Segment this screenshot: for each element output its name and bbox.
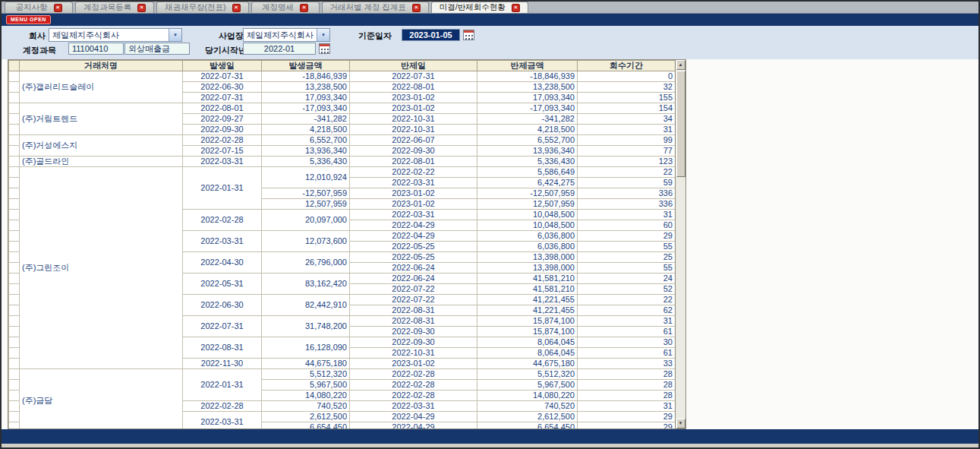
row-selector[interactable] xyxy=(9,157,20,167)
occurrence-amount-cell[interactable]: 17,093,340 xyxy=(262,93,350,103)
collection-days-cell[interactable]: 34 xyxy=(578,114,676,125)
scrollbar-thumb[interactable] xyxy=(676,71,685,177)
customer-name-cell[interactable]: (주)거성에스지 xyxy=(20,135,183,157)
collection-days-cell[interactable]: 31 xyxy=(578,210,676,220)
collection-days-cell[interactable]: 154 xyxy=(578,103,676,114)
occurrence-amount-cell[interactable]: 4,218,500 xyxy=(262,125,350,135)
collection-days-cell[interactable]: 52 xyxy=(578,284,676,295)
customer-name-cell[interactable]: (주)갤러리드슬레이 xyxy=(20,71,183,103)
occurrence-date-cell[interactable]: 2022-03-31 xyxy=(183,231,262,252)
collection-days-cell[interactable]: 31 xyxy=(578,401,676,412)
occurrence-amount-cell[interactable]: 740,520 xyxy=(262,401,350,412)
settlement-date-cell[interactable]: 2023-01-02 xyxy=(350,188,477,199)
tab-4[interactable]: 계정명세× xyxy=(251,2,320,13)
settlement-date-cell[interactable]: 2022-05-25 xyxy=(350,242,477,252)
occurrence-amount-cell[interactable]: 12,507,959 xyxy=(262,199,350,210)
settlement-amount-cell[interactable]: 5,967,500 xyxy=(477,380,578,391)
settlement-date-cell[interactable]: 2022-08-01 xyxy=(350,82,477,93)
settlement-date-cell[interactable]: 2023-01-02 xyxy=(350,359,477,369)
settlement-amount-cell[interactable]: 15,874,100 xyxy=(477,327,578,337)
collection-days-cell[interactable]: 22 xyxy=(578,295,676,305)
row-selector[interactable] xyxy=(9,422,20,430)
occurrence-amount-cell[interactable]: 5,512,320 xyxy=(262,369,350,380)
settlement-amount-cell[interactable]: 13,936,340 xyxy=(477,146,578,157)
settlement-amount-cell[interactable]: 4,218,500 xyxy=(477,125,578,135)
settlement-amount-cell[interactable]: 6,654,450 xyxy=(477,422,578,430)
tab-2[interactable]: 계정과목등록× xyxy=(75,2,154,13)
row-selector[interactable] xyxy=(9,167,20,178)
row-selector[interactable] xyxy=(9,135,20,146)
collection-days-cell[interactable]: 28 xyxy=(578,369,676,380)
settlement-date-cell[interactable]: 2022-10-31 xyxy=(350,125,477,135)
settlement-amount-cell[interactable]: 8,064,045 xyxy=(477,348,578,359)
row-selector[interactable] xyxy=(9,337,20,348)
settlement-amount-cell[interactable]: 13,398,000 xyxy=(477,263,578,274)
settlement-amount-cell[interactable]: 5,586,649 xyxy=(477,167,578,178)
collection-days-cell[interactable]: 61 xyxy=(578,348,676,359)
occurrence-date-cell[interactable]: 2022-01-31 xyxy=(183,167,262,210)
collection-days-cell[interactable]: 29 xyxy=(578,412,676,422)
settlement-date-cell[interactable]: 2022-04-29 xyxy=(350,422,477,430)
settlement-amount-cell[interactable]: 6,552,700 xyxy=(477,135,578,146)
row-selector[interactable] xyxy=(9,327,20,337)
settlement-date-cell[interactable]: 2022-03-31 xyxy=(350,178,477,188)
collection-days-cell[interactable]: 22 xyxy=(578,167,676,178)
scroll-up-button[interactable]: ▲ xyxy=(676,60,685,70)
settlement-amount-cell[interactable]: 13,238,500 xyxy=(477,82,578,93)
settlement-date-cell[interactable]: 2022-06-07 xyxy=(350,135,477,146)
collection-days-cell[interactable]: 28 xyxy=(578,391,676,401)
row-selector[interactable] xyxy=(9,348,20,359)
occurrence-amount-cell[interactable]: 20,097,000 xyxy=(262,210,350,231)
settlement-amount-cell[interactable]: 8,064,045 xyxy=(477,337,578,348)
occurrence-amount-cell[interactable]: 13,936,340 xyxy=(262,146,350,157)
row-selector[interactable] xyxy=(9,263,20,274)
row-selector[interactable] xyxy=(9,305,20,316)
settlement-amount-cell[interactable]: -12,507,959 xyxy=(477,188,578,199)
settlement-amount-cell[interactable]: -341,282 xyxy=(477,114,578,125)
occurrence-date-cell[interactable]: 2022-03-31 xyxy=(183,157,262,167)
settlement-date-cell[interactable]: 2022-04-29 xyxy=(350,220,477,231)
vertical-scrollbar[interactable]: ▲ ▼ xyxy=(676,59,686,429)
start-month-input[interactable]: 2022-01 xyxy=(243,43,316,55)
row-selector[interactable] xyxy=(9,114,20,125)
occurrence-amount-cell[interactable]: 14,080,220 xyxy=(262,391,350,401)
occurrence-date-cell[interactable]: 2022-04-30 xyxy=(183,252,262,274)
collection-days-cell[interactable]: 59 xyxy=(578,178,676,188)
customer-name-cell[interactable]: (주)거림트렌드 xyxy=(20,103,183,135)
tab-3[interactable]: 채권채무장(전표)× xyxy=(156,2,249,13)
menu-open-button[interactable]: MENU OPEN xyxy=(6,15,51,24)
occurrence-date-cell[interactable]: 2022-11-30 xyxy=(183,359,262,369)
occurrence-amount-cell[interactable]: 44,675,180 xyxy=(262,359,350,369)
table-row[interactable]: (주)골드라인2022-03-315,336,4302022-08-015,33… xyxy=(9,157,676,167)
occurrence-date-cell[interactable]: 2022-07-15 xyxy=(183,146,262,157)
row-selector[interactable] xyxy=(9,391,20,401)
occurrence-amount-cell[interactable]: -12,507,959 xyxy=(262,188,350,199)
collection-days-cell[interactable]: 30 xyxy=(578,337,676,348)
row-selector[interactable] xyxy=(9,93,20,103)
table-row[interactable]: (주)금담2022-01-315,512,3202022-02-285,512,… xyxy=(9,369,676,380)
row-selector[interactable] xyxy=(9,178,20,188)
calendar-icon[interactable] xyxy=(463,30,474,40)
settlement-date-cell[interactable]: 2022-08-01 xyxy=(350,157,477,167)
chevron-down-icon[interactable]: ▼ xyxy=(317,29,329,41)
occurrence-amount-cell[interactable]: 6,654,450 xyxy=(262,422,350,430)
occurrence-amount-cell[interactable]: 6,552,700 xyxy=(262,135,350,146)
collection-days-cell[interactable]: 29 xyxy=(578,231,676,242)
settlement-date-cell[interactable]: 2023-01-02 xyxy=(350,103,477,114)
occurrence-date-cell[interactable]: 2022-06-30 xyxy=(183,295,262,316)
occurrence-amount-cell[interactable]: 5,967,500 xyxy=(262,380,350,391)
occurrence-date-cell[interactable]: 2022-03-31 xyxy=(183,412,262,430)
settlement-amount-cell[interactable]: 6,424,275 xyxy=(477,178,578,188)
settlement-amount-cell[interactable]: 13,398,000 xyxy=(477,252,578,263)
row-selector[interactable] xyxy=(9,199,20,210)
settlement-date-cell[interactable]: 2022-10-31 xyxy=(350,114,477,125)
settlement-date-cell[interactable]: 2023-01-02 xyxy=(350,93,477,103)
row-selector[interactable] xyxy=(9,125,20,135)
table-row[interactable]: (주)갤러리드슬레이2022-07-31-18,846,9392022-07-3… xyxy=(9,71,676,82)
occurrence-date-cell[interactable]: 2022-02-28 xyxy=(183,401,262,412)
settlement-amount-cell[interactable]: 6,036,800 xyxy=(477,242,578,252)
settlement-amount-cell[interactable]: 17,093,340 xyxy=(477,93,578,103)
tab-close-icon[interactable]: × xyxy=(54,4,62,12)
row-selector[interactable] xyxy=(9,359,20,369)
collection-days-cell[interactable]: 24 xyxy=(578,274,676,284)
